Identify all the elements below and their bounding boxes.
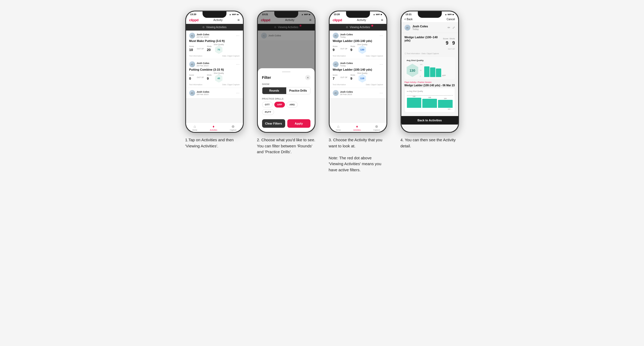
- phone-1-info-left-1: Test Information: [189, 55, 203, 57]
- phone-2-clear-btn[interactable]: Clear Filters: [262, 119, 285, 128]
- phone-1-userdate-3: 28 Feb 2023: [197, 93, 209, 96]
- phone-4-session-chart: ••• Avg Shot Quality 132 129: [405, 88, 455, 112]
- phone-3-nav-capture[interactable]: ⊕ Capture: [373, 124, 380, 131]
- phone-2-chip-ott[interactable]: OTT: [262, 102, 273, 108]
- phone-4-user-bar: JC Josh Coles Today ✏ ⤢: [401, 23, 458, 33]
- phone-1-username-3: Josh Coles: [197, 91, 209, 93]
- phone-1-more-3[interactable]: ···: [236, 91, 239, 95]
- phone-3-header-title: Activity: [357, 18, 366, 22]
- phone-4-username: Josh Coles: [413, 25, 428, 28]
- phone-3-viewing-bar[interactable]: ⚙ Viewing Activities: [330, 24, 386, 31]
- phone-1-time: 13:20: [190, 13, 196, 16]
- phone-1-viewing-bar[interactable]: ⚙ Viewing Activities: [186, 24, 243, 31]
- phone-4-expand-icon[interactable]: ⤢: [452, 26, 455, 29]
- phone-2-apply-btn[interactable]: Apply: [287, 119, 310, 128]
- phone-1-drillname-2: Putting Combine (3-15 ft): [189, 68, 240, 71]
- phone-2-modal-title: Filter: [262, 75, 271, 80]
- phone-3-card-2[interactable]: JC Josh Coles Today ··· Wedge Ladder (10…: [330, 59, 386, 88]
- phone-1-avatar-1: JC: [189, 33, 195, 39]
- phone-4-cancel-btn[interactable]: Cancel: [447, 18, 455, 21]
- phone-2-notch: [274, 11, 298, 18]
- phone-4-frame: 13:21 ▲ WiFi ■ < Back Cancel JC: [401, 11, 459, 133]
- phone-4-time: 13:21: [406, 13, 412, 16]
- phone-1-card-1[interactable]: JC Josh Coles 28 Feb 2023 ··· Must Make …: [186, 31, 243, 59]
- phone-4-back-to-activities[interactable]: Back to Activities: [401, 116, 458, 125]
- phone-3-userdate-1: Today: [340, 36, 353, 38]
- phone-3-more-2[interactable]: ···: [380, 62, 383, 66]
- phone-1-settings-icon: ⚙: [202, 26, 205, 29]
- phone-1-column: 13:20 ▲ WiFi ■ clippd Activity ≡: [183, 11, 246, 149]
- phone-2-chip-app[interactable]: APP: [274, 102, 285, 108]
- phone-4-bar-1: [424, 66, 430, 77]
- phone-3-scroll: JC Josh Coles Today ··· Wedge Ladder (10…: [330, 31, 386, 132]
- phone-3-menu-icon[interactable]: ≡: [381, 18, 383, 22]
- phone-3-notch: [346, 11, 370, 18]
- phone-1-sq-2: Shot Quality 45: [214, 72, 224, 83]
- phone-3-card-1[interactable]: JC Josh Coles Today ··· Wedge Ladder (10…: [330, 31, 386, 59]
- phone-2-practice-btn[interactable]: Practice Drills: [286, 87, 310, 94]
- phone-4-bar-3: [436, 69, 441, 77]
- phone-4-session-bar-3: 124: [438, 98, 453, 108]
- phone-2-chips-row: OTT APP ARG PUTT: [262, 102, 310, 115]
- phone-1-user-info-1: JC Josh Coles 28 Feb 2023: [189, 33, 209, 39]
- phone-4-column: 13:21 ▲ WiFi ■ < Back Cancel JC: [398, 11, 462, 149]
- phone-2-column: 13:21 ▲ WiFi ■ clippd Activity ≡ ⚙: [254, 11, 318, 155]
- phone-3-more-1[interactable]: ···: [380, 34, 383, 37]
- phone-1-info-left-2: Test Information: [189, 84, 203, 86]
- phone-1-more-2[interactable]: ···: [236, 62, 239, 66]
- phone-4-app-label: APP: [442, 75, 446, 77]
- phone-1-info-right-2: Data: Clippd Capture: [222, 84, 239, 86]
- phone-2-chip-arg[interactable]: ARG: [287, 102, 298, 108]
- phone-3-drillname-1: Wedge Ladder (100-140 yds): [333, 39, 383, 42]
- phone-1-sq-badge-1: 75: [215, 45, 222, 54]
- phone-1-home-icon: ⌂: [193, 124, 196, 129]
- phone-1-shots-2: 9: [207, 76, 209, 80]
- phone-1-nav-activities-label: Activities: [210, 129, 217, 131]
- phone-1-nav-capture[interactable]: ⊕ Capture: [230, 124, 237, 131]
- phone-4-chart: Avg Shot Quality 130 100 50: [405, 57, 455, 79]
- phone-3-sq-badge-2: 118: [359, 74, 366, 83]
- phone-1-user-info-2: JC Josh Coles 28 Feb 2023: [189, 61, 209, 67]
- phone-1-avatar-3: JC: [189, 90, 195, 96]
- phone-3-column: 13:20 ▲ WiFi ■ clippd Activity ≡ ⚙: [326, 11, 390, 173]
- phone-1-capture-icon: ⊕: [231, 124, 235, 129]
- phone-3-status-icons: ▲ WiFi ■: [373, 13, 382, 16]
- phone-1-more-1[interactable]: ···: [236, 34, 239, 37]
- phone-3-nav-home[interactable]: ⌂ Home: [336, 124, 341, 131]
- phone-3-username-1: Josh Coles: [340, 33, 353, 36]
- phone-3-avatar-1: JC: [333, 33, 339, 39]
- phone-1-sq-1: Shot Quality 75: [214, 44, 224, 54]
- phone-1-status-icons: ▲ WiFi ■: [229, 13, 239, 16]
- phone-2-show-label: Show: [262, 83, 310, 86]
- phone-3-red-dot: [371, 25, 373, 27]
- phone-3-card-3[interactable]: JC Josh Coles 28 Feb 2023 ···: [330, 88, 386, 99]
- phone-4-caption: 4. You can then see the Activity detail.: [401, 137, 459, 149]
- phone-4-back-btn[interactable]: < Back: [405, 18, 413, 21]
- phone-4-session-drill: Wedge Ladder (100-140 yds) - 06 Mar 23: [405, 84, 455, 87]
- phone-1-username-1: Josh Coles: [197, 33, 209, 36]
- phone-2-modal-close[interactable]: ✕: [305, 75, 310, 80]
- phone-1-frame: 13:20 ▲ WiFi ■ clippd Activity ≡: [185, 11, 244, 133]
- phone-1-nav-activities[interactable]: ♦ Activities: [210, 124, 217, 131]
- phone-2-modal-actions: Clear Filters Apply: [262, 119, 310, 128]
- phone-3-nav-activities[interactable]: ♦ Activities: [353, 124, 361, 131]
- phone-1-nav-home[interactable]: ⌂ Home: [192, 124, 197, 131]
- phone-1-username-2: Josh Coles: [197, 62, 209, 65]
- phone-4-screen: 13:21 ▲ WiFi ■ < Back Cancel JC: [401, 11, 458, 132]
- phone-1-score-label-2: Score: [189, 74, 194, 76]
- phone-1-card-3[interactable]: JC Josh Coles 28 Feb 2023 ···: [186, 88, 243, 99]
- phone-2-screen: 13:21 ▲ WiFi ■ clippd Activity ≡ ⚙: [258, 11, 315, 132]
- phone-3-drillname-2: Wedge Ladder (100-140 yds): [333, 68, 383, 71]
- phone-3-user-info-2: JC Josh Coles Today: [333, 61, 353, 67]
- phone-2-filter-toggle: Rounds Practice Drills: [262, 87, 310, 94]
- phone-4-edit-icon[interactable]: ✏: [448, 26, 450, 29]
- phone-1-logo: clippd: [189, 18, 199, 22]
- phone-1-shots-1: 20: [207, 48, 211, 52]
- phone-2-chip-putt[interactable]: PUTT: [262, 109, 274, 115]
- phone-1-score-2: 0: [189, 76, 191, 80]
- phone-2-rounds-btn[interactable]: Rounds: [262, 87, 286, 94]
- phone-1-menu-icon[interactable]: ≡: [237, 18, 239, 22]
- phone-2-modal-handle: [282, 71, 291, 72]
- phone-2-practice-label: Practice Drills: [262, 97, 310, 100]
- phone-1-card-2[interactable]: JC Josh Coles 28 Feb 2023 ··· Putting Co…: [186, 59, 243, 88]
